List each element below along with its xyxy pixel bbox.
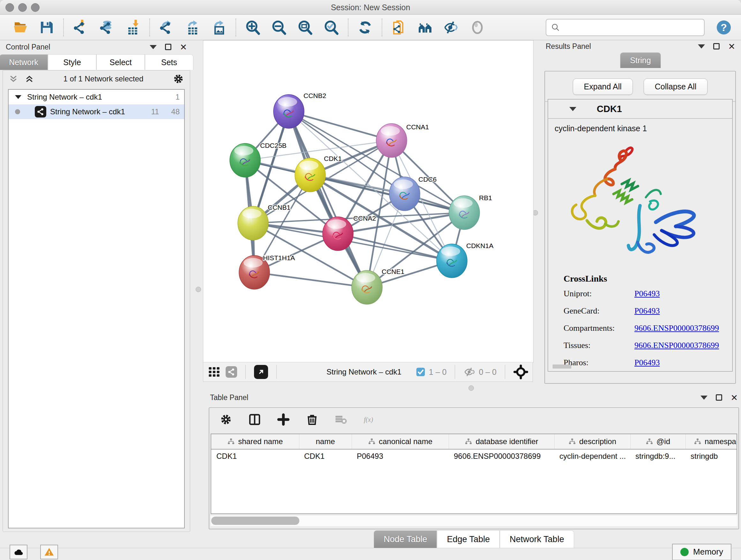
cdk1-collapse-icon[interactable]: [569, 107, 576, 111]
birds-eye-target-icon[interactable]: [514, 365, 528, 379]
create-column-button[interactable]: [275, 411, 292, 428]
function-builder-button[interactable]: f(x): [361, 411, 378, 428]
grid-view-icon[interactable]: [208, 366, 220, 378]
table-cell[interactable]: stringdb:9...: [630, 449, 685, 463]
cdk1-card-header[interactable]: CDK1: [548, 100, 732, 119]
string-network-graph[interactable]: CCNB2CCNA1CDC25BCDK1CDC6RB1CCNB1CCNA2CDK…: [203, 41, 533, 362]
control-panel-menu-icon[interactable]: [150, 45, 157, 49]
tab-string[interactable]: String: [620, 52, 661, 68]
table-row[interactable]: CDK1CDK1P064939606.ENSP00000378699cyclin…: [211, 449, 737, 463]
node-table[interactable]: shared namenamecanonical namedatabase id…: [211, 434, 737, 514]
table-cell[interactable]: 9606.ENSP00000378699: [449, 449, 554, 463]
column-header-database-identifier[interactable]: database identifier: [449, 434, 554, 449]
share-document-button[interactable]: [391, 19, 407, 36]
export-table-button[interactable]: [185, 19, 201, 36]
export-network-button[interactable]: [158, 19, 175, 36]
results-panel-close-button[interactable]: ✕: [728, 42, 735, 51]
table-cell[interactable]: cyclin-dependent ...: [554, 449, 630, 463]
edge-HIST1H1A-CCNE1[interactable]: [254, 272, 367, 287]
table-hscrollbar[interactable]: [211, 515, 737, 526]
column-header-canonical-name[interactable]: canonical name: [352, 434, 449, 449]
zoom-selected-button[interactable]: [323, 19, 340, 36]
import-database-button[interactable]: [98, 19, 115, 36]
table-cell[interactable]: P06493: [352, 449, 449, 463]
network-options-gear-icon[interactable]: [173, 73, 184, 84]
node-CCNA1[interactable]: CCNA1: [376, 123, 429, 158]
results-panel-float-button[interactable]: [713, 43, 720, 50]
column-header-shared-name[interactable]: shared name: [211, 434, 299, 449]
node-RB1[interactable]: RB1: [449, 194, 492, 230]
column-header-name[interactable]: name: [299, 434, 352, 449]
string-home-button[interactable]: [417, 19, 433, 36]
node-CCNB2[interactable]: CCNB2: [273, 92, 326, 128]
tab-sets[interactable]: Sets: [145, 54, 193, 70]
open-file-button[interactable]: [12, 19, 29, 36]
help-button[interactable]: ?: [716, 19, 732, 36]
zoom-out-button[interactable]: [271, 19, 287, 36]
results-scrollbar-thumb[interactable]: [553, 365, 571, 368]
selected-checkbox-icon[interactable]: [415, 367, 426, 377]
edge-CCNB2-CCNE1[interactable]: [289, 111, 367, 287]
column-header-id[interactable]: @id: [630, 434, 685, 449]
bottom-splitter-handle[interactable]: [468, 385, 474, 391]
table-panel-menu-icon[interactable]: [700, 395, 708, 400]
crosslink-value-link[interactable]: 9606.ENSP00000378699: [634, 341, 719, 350]
tab-node-table[interactable]: Node Table: [374, 530, 437, 548]
table-cell[interactable]: stringdb: [685, 449, 737, 463]
delete-column-button[interactable]: [304, 411, 320, 428]
collection-expand-icon[interactable]: [15, 95, 21, 99]
collapse-all-icon[interactable]: [9, 74, 18, 84]
eye-slash-icon[interactable]: [463, 366, 475, 378]
zoom-fit-button[interactable]: [297, 19, 313, 36]
show-columns-button[interactable]: [246, 411, 263, 428]
network-type-badge[interactable]: [226, 366, 237, 378]
table-hscrollbar-thumb[interactable]: [211, 516, 299, 525]
node-CDK1[interactable]: CDK1: [295, 155, 342, 192]
export-image-button[interactable]: [211, 19, 227, 36]
table-options-button[interactable]: [218, 411, 234, 428]
tab-network-table[interactable]: Network Table: [500, 530, 574, 548]
network-canvas[interactable]: CCNB2CCNA1CDC25BCDK1CDC6RB1CCNB1CCNA2CDK…: [203, 40, 534, 363]
crosslink-value-link[interactable]: P06493: [634, 289, 660, 299]
search-input[interactable]: [563, 23, 699, 32]
tab-style[interactable]: Style: [48, 54, 96, 70]
network-collection-row[interactable]: String Network – cdk1 1: [9, 90, 184, 105]
left-splitter-handle[interactable]: [196, 287, 201, 292]
tab-select[interactable]: Select: [96, 54, 145, 70]
column-header-description[interactable]: description: [554, 434, 630, 449]
column-header-namespace[interactable]: namespace: [685, 434, 737, 449]
delete-table-button[interactable]: [333, 411, 349, 428]
table-panel-float-button[interactable]: [716, 394, 722, 401]
expand-all-button[interactable]: Expand All: [573, 78, 633, 95]
presentation-eye-button[interactable]: [469, 19, 486, 36]
tab-network[interactable]: Network: [0, 54, 48, 70]
crosslink-value-link[interactable]: P06493: [634, 358, 660, 368]
control-panel-float-button[interactable]: [165, 44, 172, 50]
memory-button[interactable]: Memory: [672, 544, 731, 560]
save-session-button[interactable]: [38, 19, 55, 36]
node-CDKN1A[interactable]: CDKN1A: [436, 242, 493, 278]
node-CCNE1[interactable]: CCNE1: [352, 268, 404, 304]
zoom-in-button[interactable]: [245, 19, 261, 36]
apply-layout-button[interactable]: [357, 19, 374, 36]
crosslink-value-link[interactable]: P06493: [634, 306, 660, 316]
search-box[interactable]: [546, 19, 704, 36]
node-HIST1H1A[interactable]: HIST1H1A: [239, 254, 295, 289]
table-panel-close-button[interactable]: ✕: [731, 393, 738, 402]
cloud-status-button[interactable]: [10, 545, 27, 559]
network-row[interactable]: String Network – cdk1 11 48: [9, 105, 184, 119]
control-panel-close-button[interactable]: ✕: [180, 43, 187, 51]
warnings-button[interactable]: [40, 545, 58, 559]
collapse-all-button[interactable]: Collapse All: [644, 78, 708, 95]
node-CDC25B[interactable]: CDC25B: [230, 142, 286, 177]
import-network-button[interactable]: [72, 19, 89, 36]
import-table-button[interactable]: [125, 19, 141, 36]
table-cell[interactable]: CDK1: [211, 449, 299, 463]
results-panel-menu-icon[interactable]: [698, 44, 705, 49]
table-cell[interactable]: CDK1: [299, 449, 352, 463]
hide-unhide-button[interactable]: [443, 19, 460, 36]
tab-edge-table[interactable]: Edge Table: [437, 530, 500, 548]
expand-all-icon[interactable]: [24, 74, 34, 84]
crosslink-value-link[interactable]: 9606.ENSP00000378699: [634, 323, 719, 333]
open-in-new-badge[interactable]: [254, 365, 268, 379]
